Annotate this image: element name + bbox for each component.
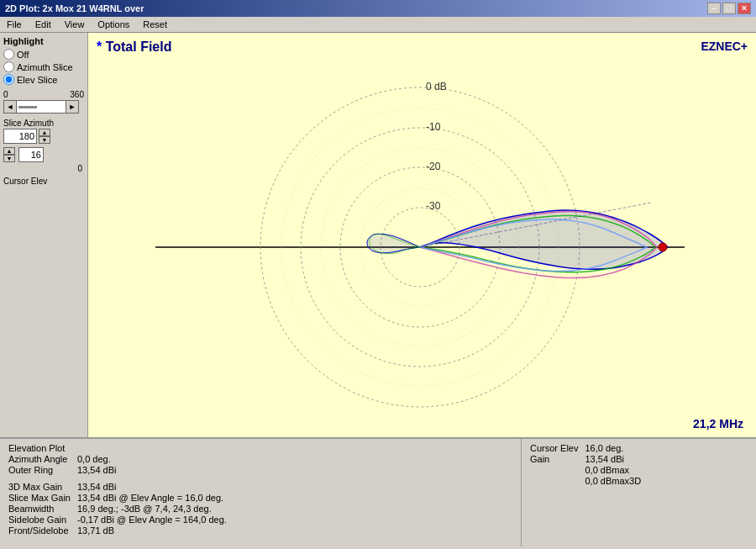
sidelobe-label: Sidelobe Gain [8,515,71,525]
slice-max-value: 13,54 dBi @ Elev Angle = 16,0 deg. [77,493,512,503]
radio-elev-input[interactable] [3,74,14,85]
status-gap [8,476,512,481]
cursor-elev-right-label: Cursor Elev [530,443,578,453]
cursor-spin-buttons: ▲ ▼ [3,147,15,162]
sidelobe-value: -0,17 dBi @ Elev Angle = 164,0 deg. [77,515,512,525]
spin-min-label: 0 [3,164,84,173]
azimuth-spin: 180 ▲ ▼ [3,129,84,144]
slider-container: 0 360 ◄ ► [3,90,84,113]
radio-elev-label[interactable]: Elev Slice [3,74,84,85]
slider-track[interactable] [17,100,66,113]
outer-ring-value: 13,54 dBi [77,465,512,475]
menu-options[interactable]: Options [94,18,133,30]
front-sidelobe-value: 13,71 dB [77,525,512,536]
plot-title-text: Total Field [106,40,172,54]
sidebar: Highlight Off Azimuth Slice Elev Slice 0… [0,33,88,437]
slider-left-arrow[interactable]: ◄ [3,100,17,113]
radio-azimuth-group: Azimuth Slice [3,61,84,72]
cursor-elev-right-value: 16,0 deg. [585,443,748,453]
slider-min-label: 0 [3,90,8,99]
freq-label: 21,2 MHz [693,417,743,430]
plot-title-asterisk: * [97,40,106,54]
cursor-elev-value: 16 [18,147,44,162]
menu-reset[interactable]: Reset [139,18,171,30]
slider-range-labels: 0 360 [3,90,84,99]
plot-area: * Total Field EZNEC+ 21,2 MHz 0 dB -10 -… [88,33,756,437]
beamwidth-label: Beamwidth [8,504,71,514]
slider-arrows: ◄ ► [3,100,79,113]
window-title: 2D Plot: 2x Mox 21 W4RNL over [5,3,144,13]
title-bar: 2D Plot: 2x Mox 21 W4RNL over – □ ✕ [0,0,756,17]
status-right: Cursor Elev 16,0 deg. Gain 13,54 dBi 0,0… [521,439,756,546]
front-sidelobe-label: Front/Sidelobe [8,525,71,536]
main-content: Highlight Off Azimuth Slice Elev Slice 0… [0,33,756,437]
svg-text:-30: -30 [426,200,441,212]
azimuth-angle-label: Azimuth Angle [8,454,71,464]
dbmax3d-label [530,476,578,486]
cursor-spin-down[interactable]: ▼ [3,155,15,162]
menu-file[interactable]: File [3,18,25,30]
maximize-button[interactable]: □ [722,3,736,14]
radio-azimuth-label[interactable]: Azimuth Slice [3,61,84,72]
radio-off-group: Off [3,49,84,60]
slice-azimuth-label: Slice Azimuth [3,119,84,128]
status-left: Elevation Plot Azimuth Angle 0,0 deg. Ou… [0,439,521,546]
azimuth-value-display: 180 [3,129,37,144]
svg-text:-20: -20 [426,161,441,172]
elevation-plot-value [77,443,512,453]
radio-elev-group: Elev Slice [3,74,84,85]
dbmax-label [530,465,578,475]
cursor-spin-up[interactable]: ▲ [3,147,15,155]
slider-right-arrow[interactable]: ► [66,100,79,113]
slider-max-label: 360 [70,90,84,99]
slice-azimuth-section: Slice Azimuth 180 ▲ ▼ [3,119,84,144]
menu-view[interactable]: View [61,18,88,30]
svg-point-13 [659,243,667,251]
azimuth-spin-up[interactable]: ▲ [39,129,50,136]
azimuth-angle-value: 0,0 deg. [77,454,512,464]
status-bar: Elevation Plot Azimuth Angle 0,0 deg. Ou… [0,437,756,546]
svg-text:0 dB: 0 dB [426,81,447,92]
gain-right-value: 13,54 dBi [585,454,748,464]
dbmax3d-value: 0,0 dBmax3D [585,476,748,486]
max-gain-label: 3D Max Gain [8,482,71,492]
radio-azimuth-input[interactable] [3,61,14,72]
azimuth-spin-down[interactable]: ▼ [39,136,50,144]
gain-right-label: Gain [530,454,578,464]
plot-title: * Total Field [97,40,171,55]
azimuth-spin-buttons: ▲ ▼ [39,129,50,144]
radio-off-input[interactable] [3,49,14,60]
minimize-button[interactable]: – [707,3,721,14]
cursor-elev-label: Cursor Elev [3,177,84,186]
max-gain-value: 13,54 dBi [77,482,512,492]
slice-max-label: Slice Max Gain [8,493,71,503]
eznec-label: EZNEC+ [701,40,748,53]
close-button[interactable]: ✕ [738,3,751,14]
window-controls: – □ ✕ [707,3,751,14]
polar-plot-svg: 0 dB -10 -20 -30 [155,58,685,436]
elevation-plot-label: Elevation Plot [8,443,71,453]
radio-off-label[interactable]: Off [3,49,84,60]
outer-ring-label: Outer Ring [8,465,71,475]
dbmax-value: 0,0 dBmax [585,465,748,475]
menu-bar: File Edit View Options Reset [0,17,756,33]
highlight-label: Highlight [3,36,84,46]
menu-edit[interactable]: Edit [32,18,55,30]
beamwidth-value: 16,9 deg.; -3dB @ 7,4, 24,3 deg. [77,504,512,514]
cursor-elev-row: ▲ ▼ 16 [3,147,84,162]
svg-text:-10: -10 [426,121,441,133]
